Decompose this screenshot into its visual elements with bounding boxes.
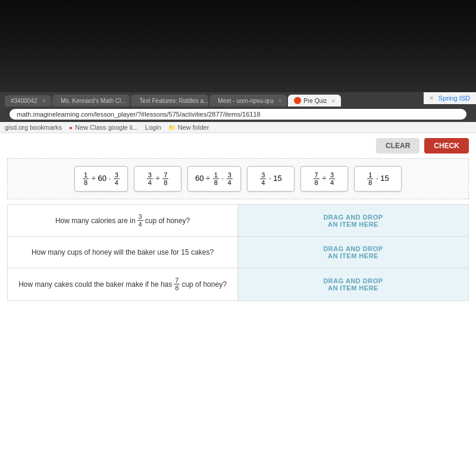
drop-zone-3[interactable]: DRAG AND DROP AN ITEM HERE [238, 268, 468, 300]
questions-area: How many calories are in 34 cup of honey… [7, 204, 469, 300]
tile-2-content: 34 ÷ 78 [146, 174, 170, 183]
tile-3[interactable]: 60 ÷ 18 · 34 [187, 166, 241, 192]
tile-3-content: 60 ÷ 18 · 34 [195, 174, 233, 183]
drop-zone-1-line2: AN ITEM HERE [323, 221, 383, 228]
question-row-1: How many calories are in 34 cup of honey… [8, 205, 468, 237]
bookmark-4[interactable]: 📁 New folder [168, 124, 209, 131]
tile-1[interactable]: 18 ÷ 60 · 34 [74, 166, 128, 192]
tab-4-label: Meet - uom-npvu-qru [218, 98, 273, 104]
drop-zone-3-line2: AN ITEM HERE [323, 284, 383, 292]
bookmark-4-label: New folder [178, 124, 209, 131]
check-button[interactable]: CHECK [424, 138, 469, 154]
question-row-3: How many cakes could the baker make if h… [8, 268, 468, 300]
content-area: CLEAR CHECK 18 ÷ 60 · 34 34 ÷ 78 [0, 133, 476, 476]
drop-zone-1-line1: DRAG AND DROP [323, 214, 383, 221]
notif-link[interactable]: Spring ISD [439, 95, 470, 102]
drop-zone-1[interactable]: DRAG AND DROP AN ITEM HERE [238, 205, 468, 236]
url-input[interactable]: math.imaginelearning.com/lesson_player/?… [10, 109, 466, 120]
question-row-2: How many cups of honey will the baker us… [8, 237, 468, 268]
tile-1-content: 18 ÷ 60 · 34 [82, 174, 120, 183]
tile-6-content: 18 · 15 [367, 174, 389, 183]
drop-zone-2-line2: AN ITEM HERE [323, 252, 383, 259]
bookmarks-bar: gisd.org bookmarks ● New Class google li… [0, 122, 476, 133]
bookmark-2[interactable]: ● New Class google li... [69, 124, 138, 131]
tab-2-label: Ms. Kennard's Math Cl... [61, 98, 126, 104]
tab-2[interactable]: Ms. Kennard's Math Cl... × [52, 95, 130, 107]
action-buttons: CLEAR CHECK [0, 133, 476, 158]
tab-3-label: Text Features: Riddles a... [139, 98, 208, 104]
question-1-text: How many calories are in 34 cup of honey… [8, 205, 238, 236]
tiles-area: 18 ÷ 60 · 34 34 ÷ 78 60 ÷ 18 · [7, 158, 469, 199]
tab-5-icon [294, 97, 301, 104]
tab-bar: #3400042 × Ms. Kennard's Math Cl... × Te… [5, 95, 471, 107]
question-3-text: How many cakes could the baker make if h… [8, 268, 238, 300]
address-bar: math.imaginelearning.com/lesson_player/?… [5, 107, 471, 122]
tab-5[interactable]: Pre Quiz × [288, 95, 341, 107]
drop-zone-2-line1: DRAG AND DROP [323, 245, 383, 252]
tile-4[interactable]: 34 · 15 [247, 166, 295, 192]
bookmark-2-icon: ● [69, 124, 73, 131]
clear-button[interactable]: CLEAR [376, 138, 419, 154]
tab-5-close[interactable]: × [331, 98, 335, 104]
tab-5-label: Pre Quiz [303, 98, 327, 104]
tab-1-label: #3400042 [11, 98, 37, 104]
tab-4-close[interactable]: × [278, 98, 282, 104]
browser-chrome: #3400042 × Ms. Kennard's Math Cl... × Te… [0, 92, 476, 122]
drop-zone-2[interactable]: DRAG AND DROP AN ITEM HERE [238, 237, 468, 268]
tab-3[interactable]: Text Features: Riddles a... × [131, 95, 208, 107]
question-2-text: How many cups of honey will the baker us… [8, 237, 238, 268]
tab-1[interactable]: #3400042 × [5, 95, 51, 107]
bookmark-1-label: gisd.org bookmarks [5, 124, 62, 131]
tab-4[interactable]: Meet - uom-npvu-qru × [209, 95, 287, 107]
monitor-bezel [0, 0, 476, 92]
tile-6[interactable]: 18 · 15 [354, 166, 402, 192]
tile-2[interactable]: 34 ÷ 78 [134, 166, 181, 192]
drop-zone-3-line1: DRAG AND DROP [323, 277, 383, 284]
notif-close-icon[interactable]: × [430, 94, 434, 102]
notification-bar: × Spring ISD [424, 92, 476, 104]
bookmark-2-label: New Class google li... [75, 124, 138, 131]
bookmark-3-label: Login [145, 124, 161, 131]
bookmark-3[interactable]: Login [145, 124, 161, 131]
browser-window: #3400042 × Ms. Kennard's Math Cl... × Te… [0, 92, 476, 476]
tile-5[interactable]: 78 ÷ 34 [300, 166, 348, 192]
tile-4-content: 34 · 15 [259, 174, 281, 183]
bookmark-4-icon: 📁 [168, 124, 176, 131]
tab-1-close[interactable]: × [42, 98, 46, 104]
tile-5-content: 78 ÷ 34 [313, 174, 336, 183]
bookmark-1[interactable]: gisd.org bookmarks [5, 124, 62, 131]
